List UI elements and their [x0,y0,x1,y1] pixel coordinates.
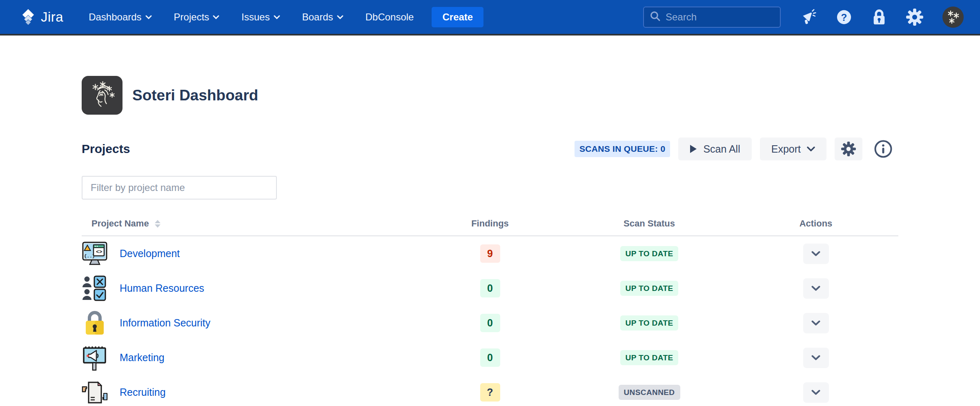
help-icon[interactable]: ? [835,9,853,26]
toolbar-row: Projects SCANS IN QUEUE: 0 Scan All Expo… [82,138,898,160]
column-header-scan-status: Scan Status [624,218,675,229]
app-header: Soteri Dashboard [82,76,898,115]
row-actions-button[interactable] [803,348,829,368]
scan-status-badge: UNSCANNED [619,385,680,400]
chevron-down-icon [811,355,820,360]
row-actions-button[interactable] [803,278,829,299]
toolbar-actions: SCANS IN QUEUE: 0 Scan All Export [575,138,898,160]
project-filter-input[interactable] [82,176,277,200]
project-link[interactable]: Recruiting [120,386,166,398]
search-box [643,7,781,28]
nav-item-boards[interactable]: Boards [302,11,343,23]
top-navbar: Jira Dashboards Projects Issues Boards D… [0,0,980,35]
project-avatar-marketing-icon [82,345,108,371]
nav-item-dbconsole[interactable]: DbConsole [365,11,414,23]
table-row-human-resources: Human Resources 0 UP TO DATE [82,271,898,306]
svg-text:<>: <> [96,249,102,255]
project-avatar-recruiting-icon [82,379,108,406]
soteri-logo-icon [82,76,122,115]
create-button[interactable]: Create [432,7,483,27]
chevron-down-icon [213,15,219,19]
scans-in-queue-badge: SCANS IN QUEUE: 0 [575,141,670,157]
scan-status-badge: UP TO DATE [620,281,679,296]
row-actions-button[interactable] [803,313,829,333]
nav-item-projects[interactable]: Projects [174,11,220,23]
chevron-down-icon [145,15,152,19]
nav-menu: Dashboards Projects Issues Boards DbCons… [89,11,414,23]
search-icon [650,11,661,23]
findings-badge: 0 [480,279,500,297]
search-input[interactable] [666,11,774,23]
findings-badge: 0 [480,348,500,367]
chevron-down-icon [811,320,820,326]
project-avatar-human-resources-icon [82,275,108,302]
chevron-down-icon [274,15,280,19]
export-button[interactable]: Export [760,138,826,160]
project-link[interactable]: Development [120,248,180,260]
nav-right-group: ? [643,7,964,28]
table-row-development: {..} <> Development 9 UP TO DATE [82,236,898,271]
project-avatar-information-security-icon [82,310,108,336]
settings-button[interactable] [835,138,862,160]
nav-item-dashboards[interactable]: Dashboards [89,11,151,23]
svg-text:?: ? [841,11,847,22]
page-title: Soteri Dashboard [132,87,258,104]
project-link[interactable]: Marketing [120,352,165,364]
nav-item-issues[interactable]: Issues [241,11,280,23]
scan-status-badge: UP TO DATE [620,315,679,331]
findings-badge: 0 [480,314,500,332]
chevron-down-icon [807,146,815,151]
announcement-icon[interactable] [800,9,817,26]
main-content: Soteri Dashboard Projects SCANS IN QUEUE… [82,76,898,406]
jira-logo-icon [20,8,37,27]
gear-icon[interactable] [906,8,924,26]
table-row-marketing: Marketing 0 UP TO DATE [82,340,898,375]
sort-icon[interactable] [155,220,160,228]
project-link[interactable]: Information Security [120,317,210,329]
column-header-project-name: Project Name [91,218,149,229]
scan-all-button[interactable]: Scan All [678,138,751,160]
chevron-down-icon [811,390,820,395]
column-header-actions: Actions [800,218,833,229]
chevron-down-icon [811,251,820,256]
table-body: {..} <> Development 9 UP TO DATE [82,236,898,406]
table-row-information-security: Information Security 0 UP TO DATE [82,306,898,340]
scan-status-badge: UP TO DATE [620,246,679,261]
table-header-row: Project Name Findings Scan Status Action… [82,218,898,236]
findings-badge: 9 [480,244,500,263]
play-icon [690,144,697,153]
projects-table: Project Name Findings Scan Status Action… [82,218,898,406]
gear-icon [841,141,856,157]
jira-logo[interactable]: Jira [20,8,63,27]
lock-icon[interactable] [871,9,887,25]
scan-status-badge: UP TO DATE [620,350,679,365]
project-avatar-development-icon: {..} <> [82,241,108,267]
row-actions-button[interactable] [803,382,829,403]
chevron-down-icon [811,286,820,291]
row-actions-button[interactable] [803,244,829,264]
info-button[interactable] [874,140,893,158]
chevron-down-icon [337,15,343,19]
section-title: Projects [82,142,130,156]
jira-logo-text: Jira [41,9,63,25]
findings-badge: ? [480,383,500,402]
user-avatar[interactable] [942,7,964,28]
project-link[interactable]: Human Resources [120,282,204,294]
column-header-findings: Findings [471,218,509,229]
info-icon [874,140,893,158]
table-row-recruiting: Recruiting ? UNSCANNED [82,375,898,406]
